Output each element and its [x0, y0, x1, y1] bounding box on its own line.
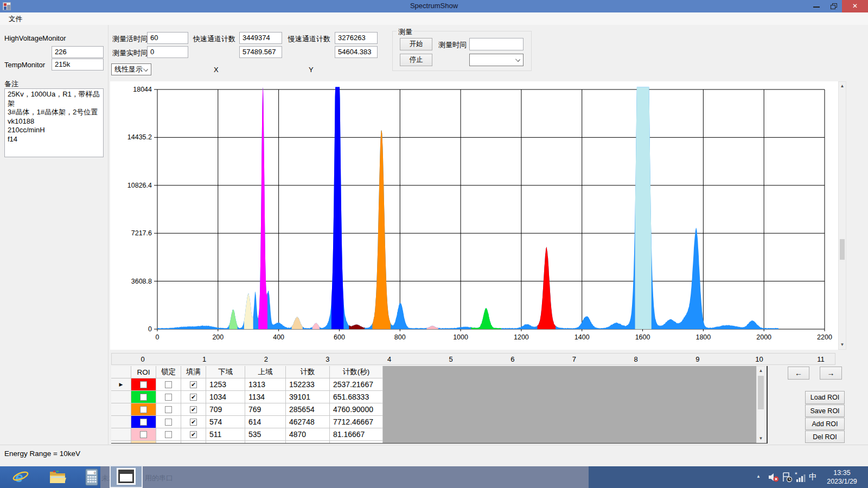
table-row[interactable]: ✔1034113439101651.68333: [111, 391, 756, 403]
fill-cell[interactable]: ✔: [181, 391, 206, 403]
roi-color-cell[interactable]: [131, 403, 156, 416]
row-selector[interactable]: ▶: [111, 378, 131, 391]
close-button[interactable]: ✕: [842, 0, 868, 12]
stop-button[interactable]: 停止: [400, 54, 432, 66]
lock-cell[interactable]: [156, 428, 181, 441]
measure-time-field[interactable]: [469, 38, 524, 50]
roi-next-button[interactable]: →: [820, 367, 842, 380]
lower-cell[interactable]: 574: [206, 416, 245, 428]
col-header-lower[interactable]: 下域: [206, 366, 245, 378]
roi-checkbox[interactable]: [140, 419, 147, 426]
roi-color-cell[interactable]: [131, 428, 156, 441]
cps-cell[interactable]: 651.68333: [330, 391, 383, 403]
lock-checkbox[interactable]: [165, 406, 172, 413]
start-button[interactable]: 开始: [400, 38, 432, 50]
table-row[interactable]: ✔5746144627487712.46667: [111, 416, 756, 428]
roi-table[interactable]: ROI 锁定 填满 下域 上域 计数 计数(秒) ▶✔1253131315223…: [111, 366, 756, 444]
ime-indicator[interactable]: 中: [809, 472, 817, 482]
active-app-taskbar-button[interactable]: [110, 465, 143, 488]
roi-color-cell[interactable]: [131, 416, 156, 428]
display-mode-select[interactable]: 线性显示: [111, 63, 151, 75]
roi-color-cell[interactable]: [131, 391, 156, 403]
cps-cell[interactable]: 7712.46667: [330, 416, 383, 428]
volume-muted-icon[interactable]: [768, 472, 780, 483]
fill-checkbox[interactable]: ✔: [190, 394, 197, 401]
roi-checkbox[interactable]: [140, 406, 147, 413]
internet-explorer-icon[interactable]: e: [12, 469, 29, 485]
col-header-upper[interactable]: 上域: [245, 366, 286, 378]
table-vertical-scrollbar[interactable]: ▲ ▼: [756, 366, 765, 444]
col-header-roi[interactable]: ROI: [131, 366, 156, 378]
fill-cell[interactable]: ✔: [181, 378, 206, 391]
upper-cell[interactable]: 535: [245, 428, 286, 441]
upper-cell[interactable]: 769: [245, 403, 286, 416]
row-selector[interactable]: [111, 428, 131, 441]
lock-checkbox[interactable]: [165, 431, 172, 438]
save-roi-button[interactable]: Save ROI: [805, 404, 845, 417]
lock-cell[interactable]: [156, 391, 181, 403]
counts-cell[interactable]: 285654: [286, 403, 330, 416]
roi-checkbox[interactable]: [140, 431, 147, 438]
lock-cell[interactable]: [156, 403, 181, 416]
fill-checkbox[interactable]: ✔: [190, 419, 197, 426]
lower-cell[interactable]: 709: [206, 403, 245, 416]
chart-vertical-scrollbar[interactable]: ▲ ▼: [838, 81, 846, 350]
temp-monitor-field[interactable]: 215k: [52, 59, 104, 70]
scroll-down-icon[interactable]: ▼: [757, 434, 765, 443]
minimize-button[interactable]: [808, 0, 825, 12]
slow-channel-count-field[interactable]: 3276263: [335, 32, 378, 44]
fast-channel-rate-field[interactable]: 57489.567: [239, 46, 282, 58]
cps-cell[interactable]: 81.16667: [330, 428, 383, 441]
action-center-flag-icon[interactable]: [781, 472, 793, 483]
col-header-cps[interactable]: 计数(秒): [330, 366, 383, 378]
row-selector[interactable]: [111, 403, 131, 416]
real-time-field[interactable]: 0: [147, 46, 188, 58]
lock-cell[interactable]: [156, 416, 181, 428]
fill-checkbox[interactable]: ✔: [190, 431, 197, 438]
live-time-field[interactable]: 60: [147, 32, 188, 44]
calculator-icon[interactable]: 0: [85, 468, 99, 486]
scrollbar-thumb[interactable]: [758, 376, 764, 409]
row-selector[interactable]: [111, 391, 131, 403]
scroll-up-icon[interactable]: ▲: [757, 367, 765, 375]
counts-cell[interactable]: 39101: [286, 391, 330, 403]
cps-cell[interactable]: 4760.90000: [330, 403, 383, 416]
del-roi-button[interactable]: Del ROI: [805, 431, 845, 443]
scroll-down-icon[interactable]: ▼: [839, 341, 846, 349]
fill-checkbox[interactable]: ✔: [190, 381, 197, 388]
menu-file[interactable]: 文件: [9, 15, 22, 24]
spectrum-chart-panel[interactable]: 0200400600800100012001400160018002000220…: [110, 81, 838, 350]
clock[interactable]: 13:35 2023/1/29: [820, 468, 864, 486]
roi-prev-button[interactable]: ←: [788, 367, 809, 380]
lower-cell[interactable]: 511: [206, 428, 245, 441]
roi-checkbox[interactable]: [140, 394, 147, 401]
lock-checkbox[interactable]: [165, 419, 172, 426]
upper-cell[interactable]: 614: [245, 416, 286, 428]
col-header-fill[interactable]: 填满: [181, 366, 206, 378]
lock-checkbox[interactable]: [165, 394, 172, 401]
notes-textarea[interactable]: 25Kv，1000Ua，R1，带样品架 3#晶体，1#晶体架，2号位置 vk10…: [4, 88, 104, 157]
lock-checkbox[interactable]: [165, 381, 172, 388]
col-header-lock[interactable]: 锁定: [156, 366, 181, 378]
row-selector[interactable]: [111, 416, 131, 428]
counts-cell[interactable]: 4870: [286, 428, 330, 441]
add-roi-button[interactable]: Add ROI: [805, 418, 845, 430]
roi-color-cell[interactable]: [131, 378, 156, 391]
fast-channel-count-field[interactable]: 3449374: [239, 32, 282, 44]
scroll-up-icon[interactable]: ▲: [839, 82, 846, 91]
counts-cell[interactable]: 462748: [286, 416, 330, 428]
cps-cell[interactable]: 2537.21667: [330, 378, 383, 391]
fill-checkbox[interactable]: ✔: [190, 406, 197, 413]
table-row[interactable]: ✔511535487081.16667: [111, 428, 756, 441]
slow-channel-rate-field[interactable]: 54604.383: [335, 46, 378, 58]
show-hidden-icons-button[interactable]: ▲: [756, 474, 761, 479]
lower-cell[interactable]: 1253: [206, 378, 245, 391]
roi-checkbox[interactable]: [140, 381, 147, 388]
table-row[interactable]: ✔7097692856544760.90000: [111, 403, 756, 416]
restore-button[interactable]: [826, 0, 842, 12]
measure-mode-select[interactable]: [469, 54, 524, 66]
network-signal-icon[interactable]: ✶: [794, 471, 806, 483]
col-header-counts[interactable]: 计数: [286, 366, 330, 378]
table-row[interactable]: ▶✔125313131522332537.21667: [111, 378, 756, 391]
counts-cell[interactable]: 152233: [286, 378, 330, 391]
